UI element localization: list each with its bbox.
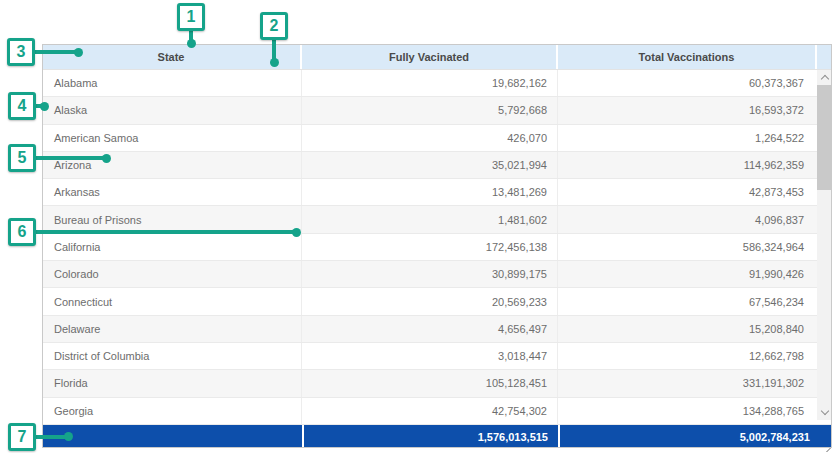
- table-row-american-samoa[interactable]: American Samoa426,0701,264,522: [42, 125, 832, 152]
- cell-state: American Samoa: [42, 125, 302, 151]
- cell-total-vaccinations: 586,324,964: [558, 234, 817, 260]
- cell-fully-vaccinated: 30,899,175: [302, 261, 558, 287]
- cell-state: District of Columbia: [42, 343, 302, 369]
- table-row-connecticut[interactable]: Connecticut20,569,23367,546,234: [42, 288, 832, 315]
- totals-row: 1,576,013,515 5,002,784,231: [42, 425, 832, 448]
- callout-7-box: 7: [8, 423, 36, 451]
- callout-6-box: 6: [8, 218, 36, 246]
- scrollbar-down-button[interactable]: [817, 405, 832, 420]
- cell-state: Alabama: [42, 70, 302, 96]
- cell-state: Bureau of Prisons: [42, 206, 302, 232]
- cell-state: Colorado: [42, 261, 302, 287]
- vaccinations-table: State Fully Vacinated Total Vaccinations…: [42, 44, 832, 448]
- table-body: Alabama19,682,16260,373,367Alaska5,792,6…: [42, 70, 832, 425]
- cell-state: Georgia: [42, 398, 302, 424]
- cell-state: Connecticut: [42, 288, 302, 314]
- callout-7-line: [34, 435, 66, 439]
- totals-total-vaccinations: 5,002,784,231: [558, 425, 832, 448]
- cell-total-vaccinations: 4,096,837: [558, 206, 817, 232]
- cell-state: California: [42, 234, 302, 260]
- table-row-georgia[interactable]: Georgia42,754,302134,288,765: [42, 398, 832, 425]
- cell-total-vaccinations: 42,873,453: [558, 179, 817, 205]
- callout-5-dot: [102, 154, 111, 163]
- table-row-arkansas[interactable]: Arkansas13,481,26942,873,453: [42, 179, 832, 206]
- cell-state: Alaska: [42, 97, 302, 123]
- callout-5-line: [34, 156, 104, 160]
- table-row-alabama[interactable]: Alabama19,682,16260,373,367: [42, 70, 832, 97]
- table-row-alaska[interactable]: Alaska5,792,66816,593,372: [42, 97, 832, 124]
- column-header-total-vaccinations[interactable]: Total Vaccinations: [558, 44, 817, 69]
- cell-fully-vaccinated: 426,070: [302, 125, 558, 151]
- cell-fully-vaccinated: 20,569,233: [302, 288, 558, 314]
- callout-4-box: 4: [8, 92, 36, 120]
- callout-3-line: [33, 50, 78, 54]
- scrollbar-up-button[interactable]: [817, 70, 832, 85]
- table-header-row: State Fully Vacinated Total Vaccinations: [42, 44, 832, 70]
- cell-fully-vaccinated: 172,456,138: [302, 234, 558, 260]
- vertical-scrollbar[interactable]: [817, 70, 832, 420]
- cell-total-vaccinations: 134,288,765: [558, 398, 817, 424]
- cell-total-vaccinations: 1,264,522: [558, 125, 817, 151]
- column-header-state[interactable]: State: [42, 44, 302, 69]
- table-row-arizona[interactable]: Arizona35,021,994114,962,359: [42, 152, 832, 179]
- annotated-table-screenshot: State Fully Vacinated Total Vaccinations…: [0, 0, 833, 453]
- callout-5-box: 5: [8, 144, 36, 172]
- cell-fully-vaccinated: 19,682,162: [302, 70, 558, 96]
- scrollbar-thumb[interactable]: [817, 85, 832, 190]
- cell-fully-vaccinated: 105,128,451: [302, 370, 558, 396]
- table-row-district-of-columbia[interactable]: District of Columbia3,018,44712,662,798: [42, 343, 832, 370]
- cell-total-vaccinations: 91,990,426: [558, 261, 817, 287]
- cell-fully-vaccinated: 4,656,497: [302, 316, 558, 342]
- totals-fully-vaccinated: 1,576,013,515: [302, 425, 558, 448]
- header-corner-spacer: [817, 44, 832, 69]
- cell-state: Arkansas: [42, 179, 302, 205]
- callout-6-line: [34, 230, 294, 234]
- callout-4-dot: [40, 102, 49, 111]
- cell-total-vaccinations: 60,373,367: [558, 70, 817, 96]
- column-header-fully-vaccinated[interactable]: Fully Vacinated: [302, 44, 558, 69]
- table-row-florida[interactable]: Florida105,128,451331,191,302: [42, 370, 832, 397]
- cell-fully-vaccinated: 13,481,269: [302, 179, 558, 205]
- cell-fully-vaccinated: 3,018,447: [302, 343, 558, 369]
- cell-fully-vaccinated: 35,021,994: [302, 152, 558, 178]
- cell-fully-vaccinated: 1,481,602: [302, 206, 558, 232]
- cell-total-vaccinations: 16,593,372: [558, 97, 817, 123]
- callout-6-dot: [292, 228, 301, 237]
- callout-1-dot: [187, 39, 196, 48]
- callout-3-box: 3: [7, 38, 35, 66]
- totals-state-cell: [42, 425, 302, 448]
- table-row-delaware[interactable]: Delaware4,656,49715,208,840: [42, 316, 832, 343]
- table-row-colorado[interactable]: Colorado30,899,17591,990,426: [42, 261, 832, 288]
- cell-state: Delaware: [42, 316, 302, 342]
- callout-7-dot: [64, 432, 73, 441]
- cell-fully-vaccinated: 5,792,668: [302, 97, 558, 123]
- cell-state: Florida: [42, 370, 302, 396]
- chevron-up-icon: [820, 75, 828, 83]
- chevron-down-icon: [820, 407, 828, 415]
- cell-total-vaccinations: 67,546,234: [558, 288, 817, 314]
- cell-total-vaccinations: 15,208,840: [558, 316, 817, 342]
- table-row-california[interactable]: California172,456,138586,324,964: [42, 234, 832, 261]
- callout-2-dot: [270, 58, 279, 67]
- callout-1-box: 1: [177, 3, 205, 31]
- cell-fully-vaccinated: 42,754,302: [302, 398, 558, 424]
- cell-total-vaccinations: 114,962,359: [558, 152, 817, 178]
- callout-2-box: 2: [260, 12, 288, 40]
- callout-3-dot: [74, 48, 83, 57]
- cell-total-vaccinations: 331,191,302: [558, 370, 817, 396]
- cell-total-vaccinations: 12,662,798: [558, 343, 817, 369]
